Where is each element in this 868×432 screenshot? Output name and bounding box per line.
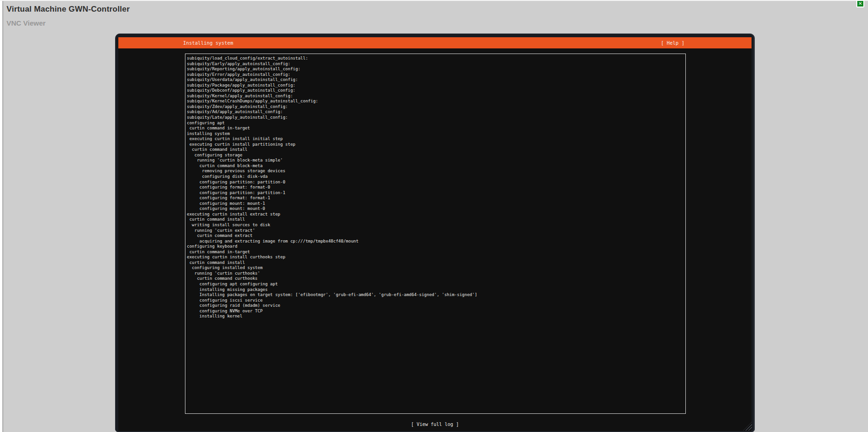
- close-icon: ✕: [858, 1, 862, 6]
- page-top-edge: [0, 0, 868, 1]
- install-log-text: subiquity/load_cloud_config/extract_auto…: [185, 54, 685, 321]
- help-button[interactable]: [ Help ]: [661, 40, 684, 46]
- vnc-viewer-label: VNC Viewer: [7, 19, 130, 27]
- install-log-box[interactable]: subiquity/load_cloud_config/extract_auto…: [185, 54, 686, 414]
- page-header: Virtual Machine GWN-Controller VNC Viewe…: [7, 5, 130, 27]
- installer-screen-title: Installing system: [183, 40, 233, 46]
- page-title: Virtual Machine GWN-Controller: [7, 5, 130, 14]
- terminal-screen: subiquity/load_cloud_config/extract_auto…: [118, 48, 752, 431]
- vnc-titlebar: Installing system [ Help ]: [118, 37, 752, 48]
- page-left-edge: [0, 0, 3, 432]
- close-button[interactable]: ✕: [856, 0, 864, 7]
- vnc-window: Installing system [ Help ] subiquity/loa…: [115, 34, 755, 432]
- view-full-log-button[interactable]: [ View full log ]: [411, 422, 458, 427]
